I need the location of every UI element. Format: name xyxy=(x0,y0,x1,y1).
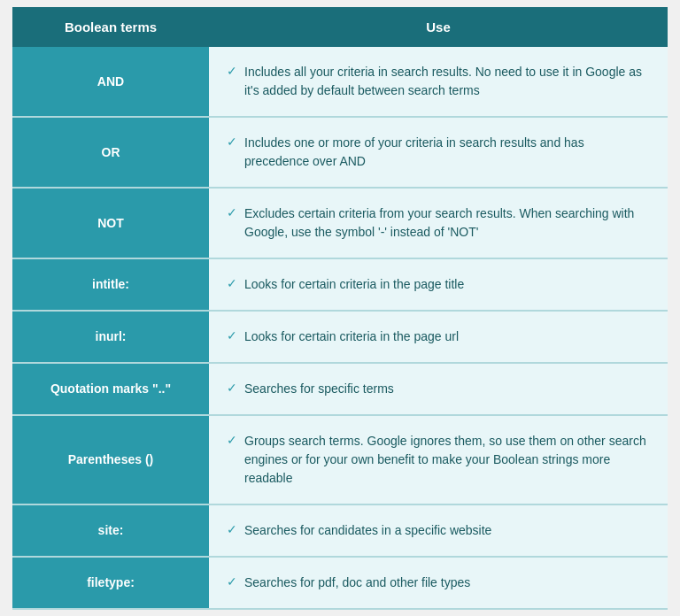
use-text: Searches for candidates in a specific we… xyxy=(244,521,491,540)
term-cell: AND xyxy=(12,47,209,117)
use-cell: ✓Looks for certain criteria in the page … xyxy=(209,311,668,363)
term-cell: filetype: xyxy=(12,557,209,609)
use-text: Excludes certain criteria from your sear… xyxy=(244,204,650,242)
check-icon: ✓ xyxy=(227,433,237,447)
check-icon: ✓ xyxy=(227,276,237,290)
table-row: OR✓Includes one or more of your criteria… xyxy=(12,117,668,188)
term-cell: NOT xyxy=(12,188,209,258)
use-text: Searches for specific terms xyxy=(244,380,394,398)
use-cell: ✓Includes one or more of your criteria i… xyxy=(209,117,668,188)
check-icon: ✓ xyxy=(227,205,237,219)
check-icon: ✓ xyxy=(227,64,237,78)
header-boolean-terms: Boolean terms xyxy=(12,7,209,47)
use-cell: ✓Searches for candidates in a specific w… xyxy=(209,504,668,557)
use-text: Groups search terms. Google ignores them… xyxy=(244,432,650,488)
boolean-terms-table: Boolean terms Use AND✓Includes all your … xyxy=(12,7,668,610)
use-cell: ✓Looks for certain criteria in the page … xyxy=(209,258,668,311)
check-icon: ✓ xyxy=(227,522,237,536)
use-cell: ✓Groups search terms. Google ignores the… xyxy=(209,415,668,504)
term-cell: inurl: xyxy=(12,311,209,363)
use-cell: ✓Searches for pdf, doc and other file ty… xyxy=(209,557,668,609)
header-use: Use xyxy=(209,7,668,47)
table-row: NOT✓Excludes certain criteria from your … xyxy=(12,188,668,258)
check-icon: ✓ xyxy=(227,381,237,395)
table-row: AND✓Includes all your criteria in search… xyxy=(12,47,668,117)
use-cell: ✓Excludes certain criteria from your sea… xyxy=(209,188,668,258)
term-cell: Parentheses () xyxy=(12,415,209,504)
table-row: site:✓Searches for candidates in a speci… xyxy=(12,504,668,557)
table-row: filetype:✓Searches for pdf, doc and othe… xyxy=(12,557,668,609)
check-icon: ✓ xyxy=(227,135,237,149)
use-cell: ✓Includes all your criteria in search re… xyxy=(209,47,668,117)
use-text: Searches for pdf, doc and other file typ… xyxy=(244,574,470,592)
table-row: intitle:✓Looks for certain criteria in t… xyxy=(12,258,668,311)
term-cell: intitle: xyxy=(12,258,209,311)
table-row: inurl:✓Looks for certain criteria in the… xyxy=(12,311,668,363)
check-icon: ✓ xyxy=(227,574,237,589)
use-text: Includes one or more of your criteria in… xyxy=(244,134,650,171)
use-text: Looks for certain criteria in the page u… xyxy=(244,327,459,346)
term-cell: Quotation marks ".." xyxy=(12,363,209,415)
use-text: Includes all your criteria in search res… xyxy=(244,63,650,100)
table-row: Parentheses ()✓Groups search terms. Goog… xyxy=(12,415,668,504)
table-row: Quotation marks ".."✓Searches for specif… xyxy=(12,363,668,415)
use-cell: ✓Searches for specific terms xyxy=(209,363,668,415)
term-cell: site: xyxy=(12,504,209,557)
check-icon: ✓ xyxy=(227,328,237,343)
term-cell: OR xyxy=(12,117,209,188)
table-header-row: Boolean terms Use xyxy=(12,7,668,47)
use-text: Looks for certain criteria in the page t… xyxy=(244,275,464,294)
